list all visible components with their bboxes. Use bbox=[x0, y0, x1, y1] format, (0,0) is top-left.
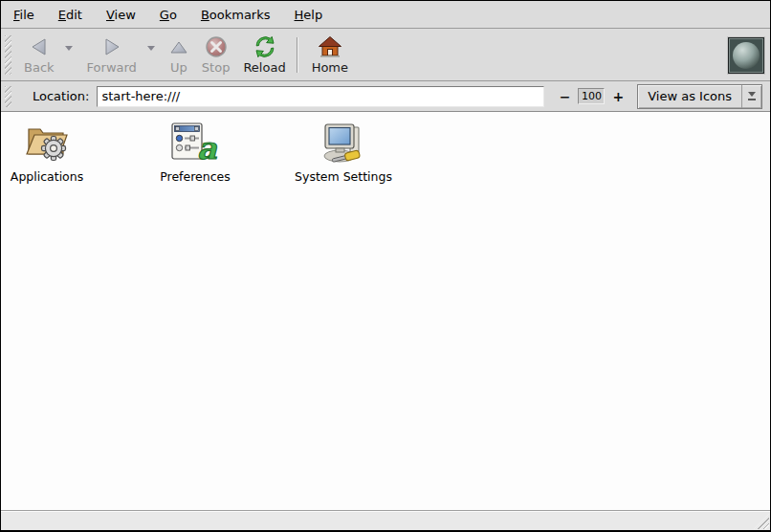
back-label: Back bbox=[24, 60, 55, 75]
toolbar-spacer bbox=[355, 32, 728, 78]
up-arrow-icon bbox=[169, 34, 188, 59]
desktop-item-label: Applications bbox=[11, 169, 83, 184]
applications-folder-gear-icon bbox=[24, 121, 70, 165]
zoom-level-indicator[interactable]: 100 bbox=[578, 88, 605, 104]
resize-grip-handle[interactable] bbox=[754, 514, 769, 529]
back-arrow-icon bbox=[29, 34, 50, 59]
menu-help[interactable]: Help bbox=[292, 5, 326, 25]
reload-label: Reload bbox=[243, 60, 285, 75]
menu-view[interactable]: View bbox=[103, 5, 139, 25]
toolbar-separator bbox=[297, 37, 297, 73]
forward-history-dropdown[interactable] bbox=[143, 32, 159, 65]
toolbar-grip-handle[interactable] bbox=[5, 35, 11, 75]
zoom-in-button[interactable]: + bbox=[608, 89, 628, 104]
forward-label: Forward bbox=[87, 60, 137, 75]
stop-button[interactable]: Stop bbox=[195, 32, 237, 78]
zoom-out-button[interactable]: − bbox=[556, 89, 575, 104]
view-mode-label: View as Icons bbox=[638, 85, 741, 108]
dropdown-arrow-icon bbox=[741, 85, 761, 108]
desktop-item-label: System Settings bbox=[295, 169, 392, 184]
home-icon bbox=[318, 34, 342, 59]
location-bar-grip-handle[interactable] bbox=[5, 86, 11, 107]
home-button[interactable]: Home bbox=[305, 32, 355, 78]
menu-file[interactable]: File bbox=[11, 5, 37, 25]
back-button[interactable]: Back bbox=[17, 32, 61, 78]
icon-view-pane[interactable]: Applications a Preferences bbox=[1, 112, 770, 510]
back-history-dropdown[interactable] bbox=[61, 32, 77, 65]
forward-arrow-icon bbox=[101, 34, 122, 59]
desktop-item-label: Preferences bbox=[160, 169, 231, 184]
desktop-item-system-settings[interactable]: System Settings bbox=[307, 121, 380, 184]
stop-icon bbox=[205, 34, 228, 59]
zoom-controls: − 100 + bbox=[556, 88, 628, 104]
menu-edit[interactable]: Edit bbox=[55, 5, 85, 25]
file-manager-window: File Edit View Go Bookmarks Help Back Fo… bbox=[0, 0, 771, 532]
throbber-sphere bbox=[733, 42, 760, 69]
up-button[interactable]: Up bbox=[163, 32, 195, 78]
home-label: Home bbox=[312, 60, 348, 75]
location-label: Location: bbox=[33, 89, 89, 103]
up-label: Up bbox=[170, 60, 187, 75]
chevron-down-icon bbox=[65, 46, 73, 51]
desktop-item-preferences[interactable]: a Preferences bbox=[159, 121, 231, 184]
location-bar: Location: − 100 + View as Icons bbox=[1, 81, 770, 112]
location-input[interactable] bbox=[97, 86, 543, 107]
reload-button[interactable]: Reload bbox=[236, 32, 292, 78]
toolbar: Back Forward Up Stop bbox=[1, 29, 770, 81]
desktop-item-applications[interactable]: Applications bbox=[11, 121, 83, 184]
menu-bar: File Edit View Go Bookmarks Help bbox=[1, 1, 770, 29]
forward-button[interactable]: Forward bbox=[80, 32, 143, 78]
throbber-icon[interactable] bbox=[728, 37, 764, 74]
computer-screwdriver-icon bbox=[319, 121, 368, 165]
status-bar bbox=[1, 510, 770, 530]
svg-text:a: a bbox=[197, 130, 218, 165]
view-mode-dropdown[interactable]: View as Icons bbox=[637, 84, 762, 109]
menu-bookmarks[interactable]: Bookmarks bbox=[198, 5, 274, 25]
preferences-window-icon: a bbox=[170, 121, 220, 165]
chevron-down-icon bbox=[147, 46, 155, 51]
stop-label: Stop bbox=[202, 60, 231, 75]
menu-go[interactable]: Go bbox=[157, 5, 180, 25]
reload-icon bbox=[253, 34, 276, 59]
